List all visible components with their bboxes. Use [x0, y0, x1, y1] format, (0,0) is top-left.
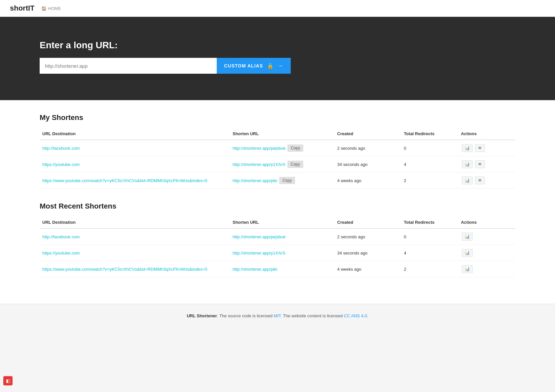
disable-button[interactable]: 👁 — [475, 144, 485, 152]
copy-button[interactable]: Copy — [279, 177, 295, 184]
my-shortens-table: URL Destination Shorten URL Created Tota… — [40, 128, 515, 189]
url-input[interactable] — [40, 58, 217, 74]
footer-cc-link[interactable]: CC ANS 4.0 — [344, 313, 367, 318]
col-header-actions: Actions — [458, 128, 515, 140]
eye-off-icon: 👁 — [478, 146, 482, 150]
bar-chart-icon: 📊 — [465, 162, 470, 167]
table-row: http://facebook.com http://shortener.app… — [40, 140, 515, 156]
bar-chart-icon: 📊 — [465, 251, 470, 255]
footer-text-4: . — [367, 313, 368, 318]
destination-link[interactable]: https://youtube.com — [42, 162, 80, 167]
alias-lock-icon: 🔒 — [267, 63, 274, 69]
col-header-shorten: Shorten URL — [230, 128, 335, 140]
copy-button[interactable]: Copy — [287, 144, 303, 152]
created-cell: 2 seconds ago — [335, 228, 401, 245]
destination-link[interactable]: http://facebook.com — [42, 146, 80, 151]
destination-link[interactable]: http://facebook.com — [42, 234, 80, 239]
disable-button[interactable]: 👁 — [475, 160, 485, 168]
shorten-url-link[interactable]: http://shortener.app/piki — [233, 178, 277, 183]
most-recent-header-row: URL Destination Shorten URL Created Tota… — [40, 216, 515, 228]
copy-button[interactable]: Copy — [287, 161, 303, 168]
home-icon: 🏠 — [41, 6, 47, 11]
nav-home-label: HOME — [48, 6, 61, 11]
col-header-redirects: Total Redirects — [401, 128, 458, 140]
custom-alias-button[interactable]: CUSTOM ALIAS 🔒 → — [217, 58, 291, 74]
stats-button[interactable]: 📊 — [462, 160, 473, 168]
nav-home-link[interactable]: 🏠 HOME — [41, 6, 61, 11]
redirects-cell: 0 — [401, 140, 458, 156]
disable-button[interactable]: 👁 — [475, 176, 485, 184]
shorten-url-link[interactable]: http://shortener.app/pejsbuk — [233, 146, 285, 151]
footer-mit-link[interactable]: MIT — [274, 313, 281, 318]
col-header-created-2: Created — [335, 216, 401, 228]
bar-chart-icon: 📊 — [465, 178, 470, 183]
eye-off-icon: 👁 — [478, 178, 482, 183]
destination-link[interactable]: https://www.youtube.com/watch?v=yKC5crXh… — [42, 178, 207, 183]
footer-brand: URL Shortener — [187, 313, 217, 318]
created-cell: 34 seconds ago — [335, 245, 401, 261]
most-recent-table: URL Destination Shorten URL Created Tota… — [40, 216, 515, 277]
submit-arrow-icon: → — [278, 63, 283, 69]
my-shortens-title: My Shortens — [40, 113, 515, 122]
stats-button[interactable]: 📊 — [462, 249, 473, 257]
stats-button[interactable]: 📊 — [462, 144, 473, 152]
table-row: https://youtube.com http://shortener.app… — [40, 245, 515, 261]
table-row: https://www.youtube.com/watch?v=yKC5crXh… — [40, 173, 515, 189]
table-row: https://www.youtube.com/watch?v=yKC5crXh… — [40, 261, 515, 277]
bar-chart-icon: 📊 — [465, 234, 470, 239]
footer: URL Shortener. The source code is licens… — [0, 304, 555, 328]
main-content: My Shortens URL Destination Shorten URL … — [0, 100, 555, 304]
bar-chart-icon: 📊 — [465, 146, 470, 150]
col-header-destination-2: URL Destination — [40, 216, 230, 228]
most-recent-title: Most Recent Shortens — [40, 202, 515, 211]
col-header-redirects-2: Total Redirects — [401, 216, 458, 228]
stats-button[interactable]: 📊 — [462, 233, 473, 241]
eye-off-icon: 👁 — [478, 162, 482, 167]
shorten-url-link[interactable]: http://shortener.app/piki — [233, 267, 277, 272]
shorten-url-link[interactable]: http://shortener.app/y1XArS — [233, 162, 285, 167]
navbar: shortIT 🏠 HOME — [0, 0, 555, 17]
created-cell: 4 weeks ago — [335, 261, 401, 277]
table-row: http://facebook.com http://shortener.app… — [40, 228, 515, 245]
col-header-shorten-2: Shorten URL — [230, 216, 335, 228]
footer-text-2: . The source code is licensed — [217, 313, 274, 318]
created-cell: 34 seconds ago — [335, 156, 401, 173]
created-cell: 4 weeks ago — [335, 173, 401, 189]
shorten-url-link[interactable]: http://shortener.app/y1XArS — [233, 251, 285, 255]
col-header-actions-2: Actions — [458, 216, 515, 228]
stats-button[interactable]: 📊 — [462, 176, 473, 184]
custom-alias-label: CUSTOM ALIAS — [224, 63, 263, 68]
brand-logo[interactable]: shortIT — [10, 4, 35, 13]
col-header-destination: URL Destination — [40, 128, 230, 140]
hero-section: Enter a long URL: CUSTOM ALIAS 🔒 → — [0, 17, 555, 100]
table-row: https://youtube.com http://shortener.app… — [40, 156, 515, 173]
destination-link[interactable]: https://www.youtube.com/watch?v=yKC5crXh… — [42, 267, 207, 272]
created-cell: 2 seconds ago — [335, 140, 401, 156]
redirects-cell: 2 — [401, 261, 458, 277]
footer-text-3: . The website content is licensed — [281, 313, 344, 318]
redirects-cell: 2 — [401, 173, 458, 189]
redirects-cell: 0 — [401, 228, 458, 245]
redirects-cell: 4 — [401, 156, 458, 173]
shorten-url-link[interactable]: http://shortener.app/pejsbuk — [233, 234, 285, 239]
url-form: CUSTOM ALIAS 🔒 → — [40, 58, 291, 74]
destination-link[interactable]: https://youtube.com — [42, 251, 80, 255]
hero-title: Enter a long URL: — [40, 40, 118, 51]
redirects-cell: 4 — [401, 245, 458, 261]
bar-chart-icon: 📊 — [465, 267, 470, 271]
my-shortens-header-row: URL Destination Shorten URL Created Tota… — [40, 128, 515, 140]
col-header-created: Created — [335, 128, 401, 140]
stats-button[interactable]: 📊 — [462, 265, 473, 273]
